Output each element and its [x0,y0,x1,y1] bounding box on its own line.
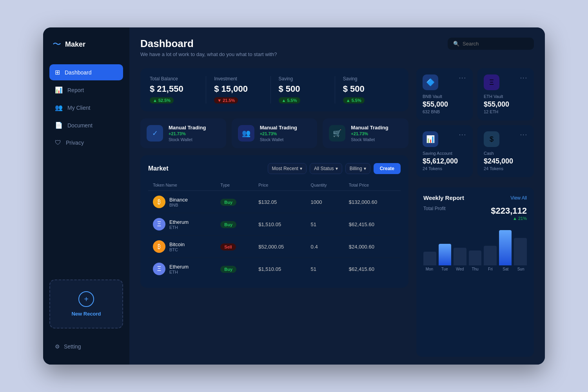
token-icon-3: Ξ [153,263,165,275]
bar-label-1: Tue [439,267,451,271]
nav-label-myclient: My Client [67,105,90,111]
sidebar: 〜 Maker ⊞Dashboard📊Report👥My Client📄Docu… [43,27,129,365]
page-subtitle: We have a lot of work to day, what do yo… [140,51,277,57]
vault-more-1-0[interactable]: ··· [459,131,466,138]
trading-card-icon-2: 🛒 [329,125,345,142]
token-cell-2: ₿ Bitcoin BTC [148,236,216,258]
nav-label-dashboard: Dashboard [65,69,92,76]
balance-card-0: Total Balance $ 21,550 ▲ 52.5% [150,76,206,103]
market-filters: Most Recent ▾ All Status ▾ Billing ▾ Cre… [268,163,401,174]
token-cell-0: ₿ Binance BNB [148,191,216,213]
bar-chart [423,226,527,265]
vault-icon-1-1: $ [484,131,499,147]
token-icon-0: ₿ [153,196,165,208]
total-cell-2: $24,000.60 [344,236,401,258]
create-button[interactable]: Create [374,163,401,174]
trading-card-info-2: Manual Trading +21.73% Stock Wallet [351,125,402,142]
vault-more-1-1[interactable]: ··· [520,131,528,138]
bar-chart-labels: MonTueWedThuFriSatSun [423,265,527,271]
trading-card-info-1: Manual Trading +21.73% Stock Wallet [260,125,311,142]
search-input[interactable] [463,41,528,47]
sidebar-item-report[interactable]: 📊Report [49,82,123,98]
trading-card-title-0: Manual Trading +21.73% [169,125,220,136]
market-col-4: Total Price [344,180,401,191]
table-row: Ξ Etherum ETH Buy $1,510.05 51 $62,415.6… [148,258,401,280]
trading-card-icon-1: 👥 [238,125,254,142]
privacy-icon: 🛡 [55,139,61,146]
vault-more-0-1[interactable]: ··· [520,74,528,82]
total-cell-1: $62,415.60 [344,213,401,236]
vault-card-0-1: Ξ ··· ETH Vault $55,000 12 ETH [477,68,534,120]
view-all-link[interactable]: View All [510,195,527,201]
balance-badge-0: ▲ 52.5% [150,97,174,103]
balance-label-0: Total Balance [150,76,198,82]
table-row: Ξ Etherum ETH Buy $1,510.05 51 $62,415.6… [148,213,401,236]
trading-card-1: 👥 Manual Trading +21.73% Stock Wallet [232,118,318,148]
left-panel: Total Balance $ 21,550 ▲ 52.5% Investmen… [140,68,408,357]
new-record-button[interactable]: + New Record [49,279,123,328]
token-symbol-2: BTC [169,247,185,252]
balance-label-1: Investment [214,76,262,82]
total-cell-0: $132,000.60 [344,191,401,213]
trading-card-title-1: Manual Trading +21.73% [260,125,311,136]
filter-all-status[interactable]: All Status ▾ [310,163,342,174]
quantity-cell-2: 0.4 [306,236,344,258]
profit-row: Total Profit $223,112 ▲ 21% [423,206,527,221]
price-cell-2: $52,000.05 [254,236,306,258]
market-col-2: Price [254,180,306,191]
token-name-3: Etherum [169,264,189,270]
trading-card-sub-0: Stock Wallet [169,137,220,142]
vault-row-1: 📊 ··· Saving Account $5,612,000 24 Token… [416,125,534,177]
search-box[interactable]: 🔍 [448,38,534,50]
settings-nav-item[interactable]: ⚙ Setting [49,339,123,354]
settings-label: Setting [64,343,81,350]
total-cell-3: $62,415.60 [344,258,401,280]
vault-row-0: 🔷 ··· BNB Vault $55,000 632 BNB Ξ ··· ET… [416,68,534,120]
vault-sub-1-1: 24 Tokens [484,166,528,171]
profit-label: Total Profit [423,206,446,211]
sidebar-item-privacy[interactable]: 🛡Privacy [49,135,123,151]
nav-label-privacy: Privacy [66,140,84,146]
quantity-cell-1: 51 [306,213,344,236]
price-cell-3: $1,510.05 [254,258,306,280]
vault-sub-0-1: 12 ETH [484,109,528,114]
market-header: Market Most Recent ▾ All Status ▾ Billin… [148,163,401,174]
vault-icon-0-1: Ξ [484,74,499,90]
bar-5 [499,230,512,265]
vault-name-0-0: BNB Vault [423,94,466,99]
type-cell-3: Buy [216,258,254,280]
type-badge-0: Buy [220,199,236,206]
sidebar-item-document[interactable]: 📄Document [49,117,123,133]
type-cell-1: Buy [216,213,254,236]
quantity-cell-0: 1000 [306,191,344,213]
balance-label-2: Saving [279,76,327,82]
sidebar-item-myclient[interactable]: 👥My Client [49,100,123,116]
quantity-cell-3: 51 [306,258,344,280]
balance-value-3: $ 500 [343,84,391,94]
market-col-0: Token Name [148,180,216,191]
vault-more-0-0[interactable]: ··· [459,74,466,82]
type-badge-1: Buy [220,221,236,228]
balance-card-1: Investment $ 15,000 ▼ 21.5% [206,76,270,103]
filter-billing[interactable]: Billing ▾ [345,163,370,174]
profit-value: $223,112 [491,206,527,216]
bar-chart-bars [423,226,527,265]
type-badge-3: Buy [220,266,236,273]
trading-card-2: 🛒 Manual Trading +21.73% Stock Wallet [323,118,408,148]
vault-value-0-0: $55,000 [423,100,466,109]
dashboard-icon: ⊞ [55,69,60,76]
table-row: ₿ Binance BNB Buy $132.05 1000 $132,000.… [148,191,401,213]
token-name-0: Binance [169,197,188,203]
filter-most-recent[interactable]: Most Recent ▾ [268,163,307,174]
trading-card-sub-1: Stock Wallet [260,137,311,142]
sidebar-item-dashboard[interactable]: ⊞Dashboard [49,64,123,80]
main-content: Dashboard We have a lot of work to day, … [129,27,545,365]
balance-section: Total Balance $ 21,550 ▲ 52.5% Investmen… [140,68,408,111]
vault-name-1-0: Saving Account [423,151,466,156]
balance-card-2: Saving $ 500 ▲ 5.5% [271,76,335,103]
bar-0 [423,252,436,265]
balance-badge-2: ▲ 5.5% [279,97,300,103]
bar-4 [484,246,497,265]
trading-card-0: ✓ Manual Trading +21.73% Stock Wallet [140,118,226,148]
trading-card-icon-0: ✓ [147,125,163,142]
